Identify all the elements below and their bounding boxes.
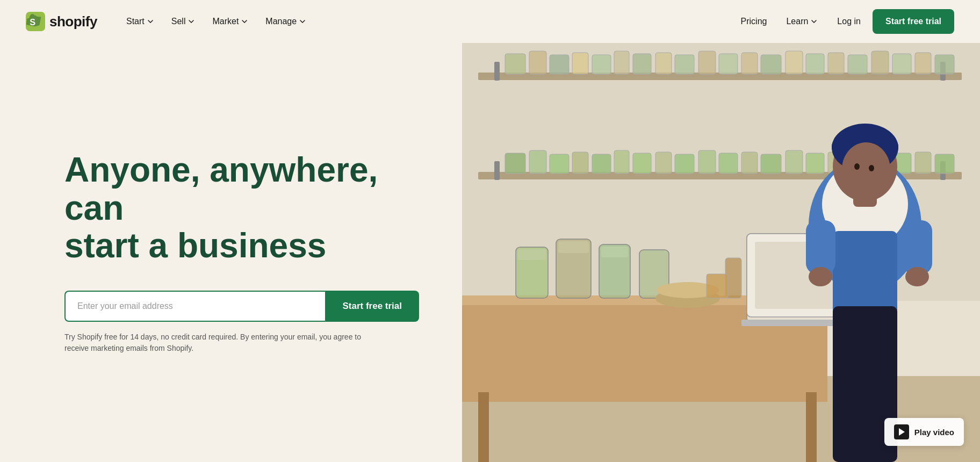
svg-text:S: S xyxy=(30,17,35,27)
svg-rect-42 xyxy=(741,152,758,174)
hero-headline: Anyone, anywhere, can start a business xyxy=(64,151,398,264)
pricing-link[interactable]: Pricing xyxy=(733,12,775,31)
svg-rect-22 xyxy=(828,53,844,74)
svg-rect-8 xyxy=(529,51,546,74)
nav-right: Pricing Learn Log in Start free trial xyxy=(733,9,954,34)
svg-rect-31 xyxy=(505,153,525,174)
svg-rect-58 xyxy=(518,249,546,260)
hero-scene-illustration xyxy=(462,43,980,462)
nav-item-sell[interactable]: Sell xyxy=(164,12,203,31)
svg-rect-41 xyxy=(719,153,738,174)
svg-point-82 xyxy=(809,267,832,286)
svg-rect-44 xyxy=(786,150,803,174)
nav-item-start-label: Start xyxy=(126,17,145,26)
hero-image: Play video xyxy=(462,43,980,462)
svg-rect-45 xyxy=(806,153,824,174)
play-triangle-icon xyxy=(899,428,905,436)
chevron-down-icon-manage xyxy=(299,18,306,25)
svg-rect-26 xyxy=(915,53,931,74)
chevron-down-icon-market xyxy=(241,18,248,25)
svg-point-78 xyxy=(854,163,860,170)
svg-rect-7 xyxy=(505,54,525,74)
svg-rect-38 xyxy=(655,152,672,174)
svg-rect-35 xyxy=(592,154,611,174)
svg-rect-12 xyxy=(614,51,629,74)
nav-item-start[interactable]: Start xyxy=(119,12,162,31)
nav-item-manage[interactable]: Manage xyxy=(258,12,314,31)
learn-label: Learn xyxy=(786,17,808,26)
hero-disclaimer: Try Shopify free for 14 days, no credit … xyxy=(64,331,387,354)
hero-headline-line1: Anyone, anywhere, can xyxy=(64,150,378,227)
nav-links: Start Sell Market Manage xyxy=(119,12,733,31)
svg-rect-33 xyxy=(550,154,569,174)
svg-rect-37 xyxy=(633,153,651,174)
svg-rect-25 xyxy=(892,54,911,74)
svg-rect-32 xyxy=(529,150,546,174)
nav-item-market[interactable]: Market xyxy=(205,12,256,31)
logo-text: shopify xyxy=(49,13,97,30)
svg-rect-86 xyxy=(707,274,728,298)
hero-cta-button[interactable]: Start free trial xyxy=(325,291,419,322)
chevron-down-icon xyxy=(147,18,154,25)
svg-rect-16 xyxy=(698,51,716,74)
svg-rect-20 xyxy=(786,51,803,74)
svg-rect-29 xyxy=(494,161,500,180)
svg-rect-60 xyxy=(558,241,589,253)
learn-link[interactable]: Learn xyxy=(779,12,825,31)
svg-rect-39 xyxy=(675,154,694,174)
svg-rect-55 xyxy=(478,392,489,462)
svg-rect-24 xyxy=(871,51,889,74)
svg-rect-23 xyxy=(848,55,867,74)
hero-section: Anyone, anywhere, can start a business S… xyxy=(0,43,980,462)
svg-rect-21 xyxy=(806,54,824,74)
navbar: S shopify Start Sell Market Manage xyxy=(0,0,980,43)
svg-rect-51 xyxy=(935,154,954,174)
svg-rect-18 xyxy=(741,53,758,74)
play-icon xyxy=(894,424,909,439)
email-input[interactable] xyxy=(64,291,325,322)
nav-item-market-label: Market xyxy=(212,17,239,26)
hero-content: Anyone, anywhere, can start a business S… xyxy=(0,43,462,462)
nav-item-manage-label: Manage xyxy=(265,17,297,26)
play-video-button[interactable]: Play video xyxy=(884,418,964,446)
svg-rect-56 xyxy=(806,392,817,462)
svg-rect-19 xyxy=(761,55,781,74)
login-link[interactable]: Log in xyxy=(830,12,868,31)
svg-rect-9 xyxy=(550,55,569,74)
svg-point-77 xyxy=(842,142,890,196)
svg-rect-14 xyxy=(655,53,672,74)
hero-form: Start free trial xyxy=(64,291,419,322)
svg-rect-15 xyxy=(675,55,694,74)
svg-point-83 xyxy=(905,267,929,286)
svg-rect-62 xyxy=(601,247,628,257)
svg-rect-13 xyxy=(633,54,651,74)
svg-rect-10 xyxy=(572,53,588,74)
chevron-down-icon-sell xyxy=(188,18,195,25)
svg-rect-81 xyxy=(903,220,932,274)
nav-cta-button[interactable]: Start free trial xyxy=(873,9,954,34)
svg-rect-43 xyxy=(761,154,781,174)
shopify-logo-icon: S xyxy=(26,12,45,31)
svg-rect-27 xyxy=(935,55,954,74)
svg-rect-80 xyxy=(806,220,835,274)
logo[interactable]: S shopify xyxy=(26,12,97,31)
svg-rect-11 xyxy=(592,55,611,74)
svg-rect-5 xyxy=(494,62,500,81)
nav-item-sell-label: Sell xyxy=(171,17,186,26)
svg-rect-50 xyxy=(915,152,931,174)
svg-rect-17 xyxy=(719,54,738,74)
svg-rect-40 xyxy=(698,150,716,174)
hero-headline-line2: start a business xyxy=(64,226,326,265)
svg-rect-34 xyxy=(572,152,588,174)
svg-rect-36 xyxy=(614,150,629,174)
svg-point-79 xyxy=(869,165,874,171)
chevron-down-icon-learn xyxy=(810,18,818,25)
play-video-label: Play video xyxy=(914,428,954,437)
